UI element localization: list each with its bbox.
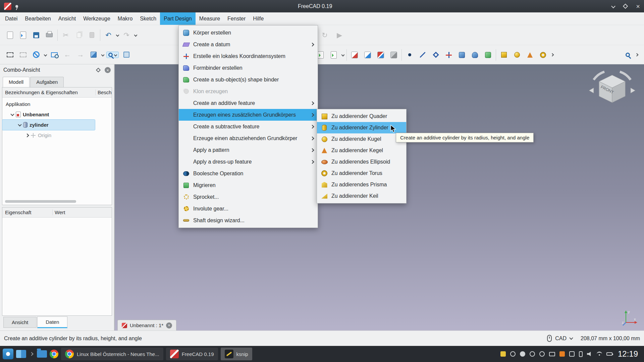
submenu-item-torus[interactable]: Zu addierender Torus	[317, 168, 406, 179]
scrollbar-thumb[interactable]	[5, 200, 76, 203]
taskbar-window-chrome[interactable]: Linux Bibel Österreich - Neues The...	[61, 348, 163, 360]
nav-back-icon[interactable]: ←	[62, 49, 73, 60]
export-iges-icon[interactable]	[328, 50, 339, 60]
chrome-launcher-icon[interactable]	[50, 350, 58, 358]
revolution-icon[interactable]	[470, 50, 480, 60]
collapse-icon[interactable]	[25, 133, 29, 137]
tree-row-applikation[interactable]: Applikation	[2, 99, 112, 109]
tray-update-icon[interactable]	[510, 351, 516, 357]
submenu-item-ellipsoid[interactable]: Zu addierendes Ellipsoid	[317, 156, 406, 168]
menu-item-create-additive-feature[interactable]: Create an additive feature	[179, 97, 318, 109]
menu-part-design[interactable]: Part Design	[160, 12, 196, 25]
save-icon[interactable]	[31, 30, 42, 41]
cut-icon[interactable]: ✂	[60, 30, 71, 41]
navigation-cube[interactable]: FRONT	[584, 66, 641, 117]
menu-bearbeiten[interactable]: Bearbeiten	[21, 12, 54, 25]
copy-icon[interactable]	[73, 30, 84, 41]
tray-phone-icon[interactable]	[579, 351, 583, 357]
undo-icon[interactable]: ↶	[103, 30, 114, 41]
box-element-selection-icon[interactable]	[18, 49, 29, 60]
tree-column-description[interactable]: Besch	[96, 89, 112, 95]
menu-datei[interactable]: Datei	[1, 12, 21, 25]
additive-loft-icon[interactable]	[483, 50, 493, 60]
tray-rss-icon[interactable]	[559, 351, 565, 357]
tray-clipboard-icon[interactable]	[569, 351, 575, 357]
tray-battery-icon[interactable]	[606, 352, 612, 356]
tree-hscrollbar[interactable]	[4, 199, 110, 203]
menu-item-create-datum[interactable]: Create a datum	[179, 39, 318, 50]
tree-row-origin[interactable]: Origin	[2, 130, 112, 140]
zoom-tool-button[interactable]	[106, 52, 119, 58]
submenu-item-quader[interactable]: Zu addierender Quader	[317, 111, 406, 122]
validate-sketch-icon[interactable]	[388, 50, 399, 60]
tray-notifications-icon[interactable]	[520, 351, 525, 357]
create-sketch-icon[interactable]	[349, 50, 360, 60]
menu-item-sprocket[interactable]: Sprocket...	[179, 191, 318, 203]
tray-folder-icon[interactable]	[500, 351, 506, 357]
paste-icon[interactable]	[87, 30, 97, 41]
menu-hilfe[interactable]: Hilfe	[249, 12, 267, 25]
new-document-icon[interactable]	[5, 30, 15, 41]
edit-sketch-icon[interactable]	[362, 50, 373, 60]
toolbar-overflow-icon[interactable]	[551, 53, 554, 57]
panel-expand-icon[interactable]	[30, 352, 33, 356]
additive-cone-icon[interactable]	[525, 50, 535, 60]
nav-style-dropdown-icon[interactable]	[569, 336, 573, 340]
menu-ansicht[interactable]: Ansicht	[55, 12, 79, 25]
menu-item-create-subtractive-feature[interactable]: Create a subtractive feature	[179, 121, 318, 132]
export-dropdown-icon[interactable]	[341, 53, 345, 57]
submenu-item-kegel[interactable]: Zu addierender Kegel	[317, 145, 406, 156]
datum-line-icon[interactable]	[417, 50, 428, 60]
view-dropdown-icon[interactable]	[101, 53, 105, 56]
nav-style-value[interactable]: CAD	[555, 336, 567, 342]
maximize-icon[interactable]	[623, 4, 628, 9]
tray-network-icon[interactable]	[597, 352, 602, 356]
close-icon[interactable]: ×	[636, 3, 640, 10]
menu-item-apply-pattern[interactable]: Apply a pattern	[179, 144, 318, 156]
menu-item-koerper-erstellen[interactable]: Körper erstellen	[179, 27, 318, 39]
expand-icon[interactable]	[10, 112, 14, 116]
menu-item-formbinder[interactable]: Formbinder erstellen	[179, 62, 318, 74]
menu-item-lokales-koordinatensystem[interactable]: Erstelle ein lokales Koordinatensystem	[179, 50, 318, 62]
property-column-value[interactable]: Wert	[53, 209, 112, 215]
menu-fenster[interactable]: Fenster	[224, 12, 249, 25]
macro-run-icon[interactable]: ▶	[334, 30, 345, 41]
bounding-box-icon[interactable]	[121, 49, 132, 60]
redo-dropdown-icon[interactable]	[134, 34, 138, 37]
map-sketch-icon[interactable]	[375, 50, 386, 60]
tree-row-zylinder[interactable]: zylinder	[2, 120, 95, 130]
submenu-item-kugel[interactable]: Zu addierende Kugel	[317, 133, 406, 145]
measure-icon[interactable]	[622, 50, 633, 60]
clipping-plane-icon[interactable]	[31, 49, 42, 60]
menu-item-boolesche-operation[interactable]: Boolesche Operation	[179, 168, 318, 179]
redo-icon[interactable]: ↷	[121, 30, 132, 41]
datum-point-icon[interactable]	[404, 50, 415, 60]
zoom-dropdown-icon[interactable]	[114, 53, 117, 56]
menu-item-zusaetzlicher-grundkoerper[interactable]: Erzeugen eines zusätzlichen Grundkörpers	[179, 109, 318, 121]
property-column-name[interactable]: Eigenschaft	[2, 209, 53, 215]
pad-icon[interactable]	[457, 50, 467, 60]
nav-forward-icon[interactable]: →	[75, 49, 86, 60]
document-tab[interactable]: Unbenannt : 1* ×	[117, 320, 176, 330]
submenu-item-prisma[interactable]: Zu addierendes Prisma	[317, 179, 406, 190]
menu-item-apply-dressup[interactable]: Apply a dress-up feature	[179, 156, 318, 168]
menu-item-migrieren[interactable]: Migrieren	[179, 179, 318, 191]
tree-column-labels[interactable]: Bezeichnungen & Eigenschaften	[2, 89, 96, 95]
tab-aufgaben[interactable]: Aufgaben	[30, 77, 64, 87]
file-manager-icon[interactable]	[37, 350, 47, 358]
minimize-icon[interactable]	[611, 4, 615, 8]
clipping-dropdown-icon[interactable]	[44, 53, 47, 56]
measure-overflow-icon[interactable]	[635, 53, 639, 57]
close-panel-icon[interactable]: ×	[105, 67, 111, 73]
tab-daten[interactable]: Daten	[37, 316, 67, 328]
tree-row-unbenannt[interactable]: Unbenannt	[2, 109, 112, 120]
zoom-region-icon[interactable]	[49, 49, 60, 60]
float-panel-icon[interactable]	[96, 68, 101, 72]
pin-icon[interactable]	[15, 5, 18, 8]
additive-torus-icon[interactable]	[538, 50, 548, 60]
document-tab-close-icon[interactable]: ×	[166, 322, 172, 328]
tray-mail-icon[interactable]	[549, 352, 555, 356]
tab-modell[interactable]: Modell	[3, 77, 30, 87]
virtual-desktop-pager-icon[interactable]	[16, 350, 26, 358]
rotate-right-arrow-icon[interactable]	[631, 88, 635, 93]
